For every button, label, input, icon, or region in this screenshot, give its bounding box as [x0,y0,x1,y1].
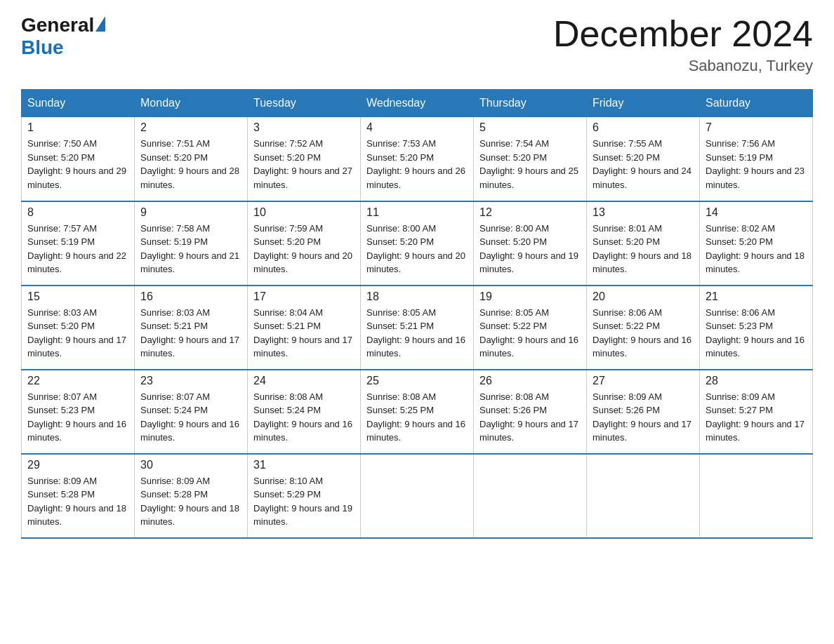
calendar-cell: 5Sunrise: 7:54 AMSunset: 5:20 PMDaylight… [474,117,587,201]
day-number: 9 [140,206,241,219]
calendar-cell: 18Sunrise: 8:05 AMSunset: 5:21 PMDayligh… [361,286,474,370]
calendar-week-row: 22Sunrise: 8:07 AMSunset: 5:23 PMDayligh… [22,370,813,454]
day-number: 10 [253,206,355,219]
day-info: Sunrise: 8:03 AMSunset: 5:21 PMDaylight:… [140,306,241,361]
calendar-cell: 28Sunrise: 8:09 AMSunset: 5:27 PMDayligh… [700,370,813,454]
day-number: 26 [479,375,581,387]
calendar-cell: 2Sunrise: 7:51 AMSunset: 5:20 PMDaylight… [135,117,248,201]
day-number: 18 [366,290,468,303]
title-section: December 2024 Sabanozu, Turkey [553,14,813,75]
logo-triangle-icon [95,16,105,32]
day-number: 27 [593,375,694,387]
day-number: 30 [140,459,241,471]
calendar-cell: 14Sunrise: 8:02 AMSunset: 5:20 PMDayligh… [700,201,813,286]
calendar-cell: 8Sunrise: 7:57 AMSunset: 5:19 PMDaylight… [22,201,135,286]
calendar-week-row: 1Sunrise: 7:50 AMSunset: 5:20 PMDaylight… [22,117,813,201]
day-number: 3 [253,121,355,134]
day-info: Sunrise: 7:58 AMSunset: 5:19 PMDaylight:… [140,222,241,276]
calendar-header-row: SundayMondayTuesdayWednesdayThursdayFrid… [22,90,813,117]
calendar-cell: 30Sunrise: 8:09 AMSunset: 5:28 PMDayligh… [135,454,248,538]
calendar-cell: 24Sunrise: 8:08 AMSunset: 5:24 PMDayligh… [248,370,361,454]
calendar-cell: 31Sunrise: 8:10 AMSunset: 5:29 PMDayligh… [248,454,361,538]
day-number: 22 [27,375,128,387]
day-info: Sunrise: 7:55 AMSunset: 5:20 PMDaylight:… [593,137,694,192]
day-info: Sunrise: 8:07 AMSunset: 5:24 PMDaylight:… [140,390,241,445]
day-number: 28 [706,375,807,387]
day-number: 2 [140,121,241,134]
calendar-week-row: 15Sunrise: 8:03 AMSunset: 5:20 PMDayligh… [22,286,813,370]
calendar-table: SundayMondayTuesdayWednesdayThursdayFrid… [21,89,813,539]
day-number: 21 [706,290,807,303]
day-number: 7 [706,121,807,134]
day-info: Sunrise: 8:00 AMSunset: 5:20 PMDaylight:… [366,222,468,276]
calendar-cell: 10Sunrise: 7:59 AMSunset: 5:20 PMDayligh… [248,201,361,286]
day-info: Sunrise: 8:05 AMSunset: 5:22 PMDaylight:… [479,306,581,361]
day-info: Sunrise: 8:00 AMSunset: 5:20 PMDaylight:… [479,222,581,276]
calendar-cell: 4Sunrise: 7:53 AMSunset: 5:20 PMDaylight… [361,117,474,201]
calendar-cell: 25Sunrise: 8:08 AMSunset: 5:25 PMDayligh… [361,370,474,454]
calendar-cell: 21Sunrise: 8:06 AMSunset: 5:23 PMDayligh… [700,286,813,370]
calendar-cell: 6Sunrise: 7:55 AMSunset: 5:20 PMDaylight… [587,117,700,201]
day-info: Sunrise: 7:51 AMSunset: 5:20 PMDaylight:… [140,137,241,192]
page-header: General Blue December 2024 Sabanozu, Tur… [21,14,813,75]
day-info: Sunrise: 8:08 AMSunset: 5:25 PMDaylight:… [366,390,468,445]
calendar-cell [361,454,474,538]
logo-general-text: General [21,14,94,36]
day-number: 14 [706,206,807,219]
calendar-title: December 2024 [553,14,813,54]
day-number: 16 [140,290,241,303]
day-info: Sunrise: 8:09 AMSunset: 5:27 PMDaylight:… [706,390,807,445]
calendar-cell: 27Sunrise: 8:09 AMSunset: 5:26 PMDayligh… [587,370,700,454]
day-number: 15 [27,290,128,303]
day-number: 19 [479,290,581,303]
day-info: Sunrise: 8:10 AMSunset: 5:29 PMDaylight:… [253,474,355,529]
day-number: 31 [253,459,355,471]
day-info: Sunrise: 7:52 AMSunset: 5:20 PMDaylight:… [253,137,355,192]
day-info: Sunrise: 8:09 AMSunset: 5:28 PMDaylight:… [27,474,128,529]
calendar-cell: 1Sunrise: 7:50 AMSunset: 5:20 PMDaylight… [22,117,135,201]
day-header-friday: Friday [587,90,700,117]
calendar-cell: 15Sunrise: 8:03 AMSunset: 5:20 PMDayligh… [22,286,135,370]
calendar-cell [587,454,700,538]
logo-blue-text: Blue [21,36,64,59]
calendar-cell: 23Sunrise: 8:07 AMSunset: 5:24 PMDayligh… [135,370,248,454]
day-header-sunday: Sunday [22,90,135,117]
day-number: 24 [253,375,355,387]
calendar-subtitle: Sabanozu, Turkey [553,57,813,75]
day-header-monday: Monday [135,90,248,117]
day-number: 11 [366,206,468,219]
calendar-cell [700,454,813,538]
day-number: 8 [27,206,128,219]
day-header-thursday: Thursday [474,90,587,117]
calendar-cell: 17Sunrise: 8:04 AMSunset: 5:21 PMDayligh… [248,286,361,370]
calendar-cell: 9Sunrise: 7:58 AMSunset: 5:19 PMDaylight… [135,201,248,286]
day-info: Sunrise: 8:02 AMSunset: 5:20 PMDaylight:… [706,222,807,276]
day-info: Sunrise: 7:53 AMSunset: 5:20 PMDaylight:… [366,137,468,192]
day-number: 5 [479,121,581,134]
calendar-cell: 11Sunrise: 8:00 AMSunset: 5:20 PMDayligh… [361,201,474,286]
calendar-week-row: 29Sunrise: 8:09 AMSunset: 5:28 PMDayligh… [22,454,813,538]
calendar-cell [474,454,587,538]
day-number: 23 [140,375,241,387]
day-number: 25 [366,375,468,387]
calendar-cell: 26Sunrise: 8:08 AMSunset: 5:26 PMDayligh… [474,370,587,454]
day-number: 17 [253,290,355,303]
day-header-wednesday: Wednesday [361,90,474,117]
day-number: 4 [366,121,468,134]
day-number: 1 [27,121,128,134]
calendar-week-row: 8Sunrise: 7:57 AMSunset: 5:19 PMDaylight… [22,201,813,286]
day-number: 12 [479,206,581,219]
day-info: Sunrise: 8:03 AMSunset: 5:20 PMDaylight:… [27,306,128,361]
calendar-cell: 7Sunrise: 7:56 AMSunset: 5:19 PMDaylight… [700,117,813,201]
day-info: Sunrise: 8:06 AMSunset: 5:22 PMDaylight:… [593,306,694,361]
day-info: Sunrise: 8:04 AMSunset: 5:21 PMDaylight:… [253,306,355,361]
day-info: Sunrise: 8:07 AMSunset: 5:23 PMDaylight:… [27,390,128,445]
calendar-cell: 22Sunrise: 8:07 AMSunset: 5:23 PMDayligh… [22,370,135,454]
calendar-cell: 16Sunrise: 8:03 AMSunset: 5:21 PMDayligh… [135,286,248,370]
day-info: Sunrise: 8:01 AMSunset: 5:20 PMDaylight:… [593,222,694,276]
day-info: Sunrise: 7:57 AMSunset: 5:19 PMDaylight:… [27,222,128,276]
day-header-saturday: Saturday [700,90,813,117]
day-info: Sunrise: 8:08 AMSunset: 5:26 PMDaylight:… [479,390,581,445]
calendar-cell: 12Sunrise: 8:00 AMSunset: 5:20 PMDayligh… [474,201,587,286]
day-info: Sunrise: 8:09 AMSunset: 5:28 PMDaylight:… [140,474,241,529]
